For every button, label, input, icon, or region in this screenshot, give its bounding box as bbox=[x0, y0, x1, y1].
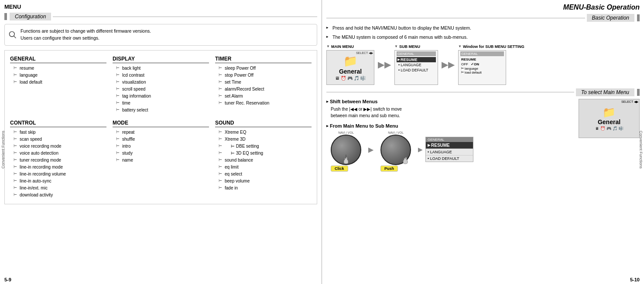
setting-box: GENERAL RESUME OFF ✓ON language load def… bbox=[458, 50, 506, 85]
general-item: resume bbox=[14, 65, 106, 72]
click-knob-wrap: NAVI / VOL Click bbox=[326, 131, 366, 168]
control-item: line-in auto-sync bbox=[14, 178, 106, 185]
main-menu-label: MAIN MENU bbox=[326, 44, 374, 49]
timer-item: stop Power Off bbox=[219, 72, 312, 79]
control-item: voice recording mode bbox=[14, 143, 106, 150]
to-select-header: To select Main Menu bbox=[576, 88, 634, 96]
click-knob bbox=[331, 135, 361, 165]
sub-selected: RESUME bbox=[397, 57, 436, 62]
shift-desc-2: between main menu and sub menu. bbox=[326, 112, 573, 119]
mode-item: name bbox=[116, 157, 209, 164]
menu-diagram: MAIN MENU SELECT ◀▶ 📁 General 🖥 ⏰ 🎮 🎵 🎼 … bbox=[326, 44, 640, 85]
timer-items: sleep Power Off stop Power Off set Time … bbox=[215, 65, 312, 107]
set-title: GENERAL bbox=[460, 51, 504, 56]
svg-point-0 bbox=[10, 31, 15, 37]
icon-music: 🎵 bbox=[354, 76, 359, 81]
right-general-wrap: SELECT ◀▶ 📁 General 🖥 ⏰ 🎮 🎵 🎼 bbox=[579, 99, 640, 168]
general-icon: 📁 bbox=[343, 54, 357, 68]
mode-section: MODE repeat shuffle intro study name bbox=[111, 118, 211, 200]
right-general-icon: 📁 bbox=[603, 106, 616, 118]
general-title: GENERAL bbox=[10, 56, 106, 63]
right-general-box: SELECT ◀▶ 📁 General 🖥 ⏰ 🎮 🎵 🎼 bbox=[579, 99, 640, 138]
control-item: download activity bbox=[14, 192, 106, 199]
control-section: CONTROL fast skip scan speed voice recor… bbox=[8, 118, 108, 200]
hand-pointer-icon bbox=[342, 155, 350, 164]
mode-items: repeat shuffle intro study name bbox=[113, 129, 209, 164]
from-sub-content: NAVI / VOL Click ▶ bbox=[326, 131, 573, 168]
mode-item: shuffle bbox=[116, 136, 209, 143]
control-item: tuner recording mode bbox=[14, 157, 106, 164]
push-pointer-icon bbox=[401, 155, 409, 164]
control-item: line-in recording volume bbox=[14, 171, 106, 178]
display-title: DISPLAY bbox=[113, 56, 209, 63]
display-item: visualization bbox=[116, 79, 209, 86]
bullet-2: The MENU system is composed of 6 main me… bbox=[326, 34, 640, 41]
icon-control: 🎮 bbox=[347, 76, 353, 81]
timer-item: set Alarm bbox=[219, 93, 312, 100]
icon-monitor: 🖥 bbox=[335, 76, 339, 81]
arrow-result: ▶ bbox=[418, 146, 423, 153]
sound-item-sub: ⊢ 3D EQ setting bbox=[219, 150, 312, 157]
timer-item: sleep Power Off bbox=[219, 65, 312, 72]
control-items: fast skip scan speed voice recording mod… bbox=[10, 129, 106, 199]
section-bar-left bbox=[4, 13, 7, 20]
set-item-2: load default bbox=[460, 71, 504, 74]
sub-menu-box: GENERAL RESUME LANGUAGE LOAD DEFAULT bbox=[394, 50, 438, 85]
control-title: CONTROL bbox=[10, 120, 106, 127]
sound-items: Xtreme EQ Xtreme 3D ⊢ DBE setting ⊢ 3D E… bbox=[215, 129, 312, 192]
info-text-line2: Users can configure their own settings. bbox=[21, 35, 312, 42]
timer-section: TIMER sleep Power Off stop Power Off set… bbox=[213, 54, 313, 115]
bullet-1: Press and hold the NAVI/MENU button to d… bbox=[326, 24, 640, 32]
page-title-right: MENU-Basic Operation bbox=[326, 3, 640, 11]
page-title-left: MENU bbox=[4, 3, 317, 10]
sub-menu-section: SUB MENU GENERAL RESUME LANGUAGE LOAD DE… bbox=[394, 44, 438, 85]
from-sub-title: From Main Menu to Sub Menu bbox=[326, 123, 573, 128]
sound-item: eq select bbox=[219, 171, 312, 178]
timer-item: alarm/Record Select bbox=[219, 86, 312, 93]
sound-item: beep volume bbox=[219, 178, 312, 185]
knob-nav-label-1: NAVI / VOL bbox=[326, 131, 366, 134]
click-badge: Click bbox=[331, 166, 348, 172]
push-knob bbox=[380, 135, 411, 165]
display-item: tag information bbox=[116, 93, 209, 100]
sound-item: Xtreme 3D bbox=[219, 136, 312, 143]
control-item: line-in recording mode bbox=[14, 164, 106, 171]
sub-item: LANGUAGE bbox=[397, 62, 436, 68]
bottom-section: Shift between Menus Push the |◀◀ or ▶▶| … bbox=[326, 99, 640, 168]
display-item: back light bbox=[116, 65, 209, 72]
info-box: Functions are subject to change with dif… bbox=[4, 24, 317, 46]
basic-operation-header: Basic Operation bbox=[587, 14, 634, 22]
icon-note: 🎼 bbox=[360, 76, 366, 81]
set-setting-label: RESUME bbox=[460, 57, 504, 62]
timer-item: tuner Rec. Reservation bbox=[219, 100, 312, 107]
sound-title: SOUND bbox=[215, 120, 312, 127]
ri-clock: ⏰ bbox=[600, 126, 605, 131]
display-items: back light lcd contrast visualization sc… bbox=[113, 65, 209, 114]
shift-from-sub-section: Shift between Menus Push the |◀◀ or ▶▶| … bbox=[326, 99, 573, 168]
mode-item: repeat bbox=[116, 129, 209, 136]
shift-title: Shift between Menus bbox=[326, 99, 573, 104]
toggle-on: ✓ON bbox=[471, 62, 479, 66]
ri-note: 🎼 bbox=[619, 126, 623, 131]
set-item-1: language bbox=[460, 67, 504, 71]
left-panel: MENU Configuration Functions are subject… bbox=[0, 0, 322, 284]
main-menu-box: SELECT ◀▶ 📁 General 🖥 ⏰ 🎮 🎵 🎼 bbox=[326, 50, 374, 85]
setting-section: Window for SUB MENU SETTING GENERAL RESU… bbox=[458, 44, 524, 85]
control-item: fast skip bbox=[14, 129, 106, 136]
display-item: scroll speed bbox=[116, 86, 209, 93]
result-item-1: LANGUAGE bbox=[426, 149, 473, 155]
timer-title: TIMER bbox=[215, 56, 312, 63]
svg-line-1 bbox=[14, 36, 16, 38]
info-text-line1: Functions are subject to change with dif… bbox=[21, 28, 312, 35]
shift-desc-1: Push the |◀◀ or ▶▶| switch to move bbox=[326, 106, 573, 112]
general-text: General bbox=[339, 68, 362, 75]
side-label-right: Convenient Functions bbox=[639, 131, 643, 169]
sound-item: eq limit bbox=[219, 164, 312, 171]
mode-title: MODE bbox=[113, 120, 209, 127]
menu-grid: GENERAL resume language load default DIS… bbox=[4, 50, 317, 204]
page-num-right: 5-10 bbox=[630, 277, 640, 282]
icon-clock: ⏰ bbox=[341, 76, 346, 81]
display-item: lcd contrast bbox=[116, 72, 209, 79]
right-icon-row: 🖥 ⏰ 🎮 🎵 🎼 bbox=[595, 126, 623, 131]
result-selected: RESUME bbox=[426, 142, 473, 149]
